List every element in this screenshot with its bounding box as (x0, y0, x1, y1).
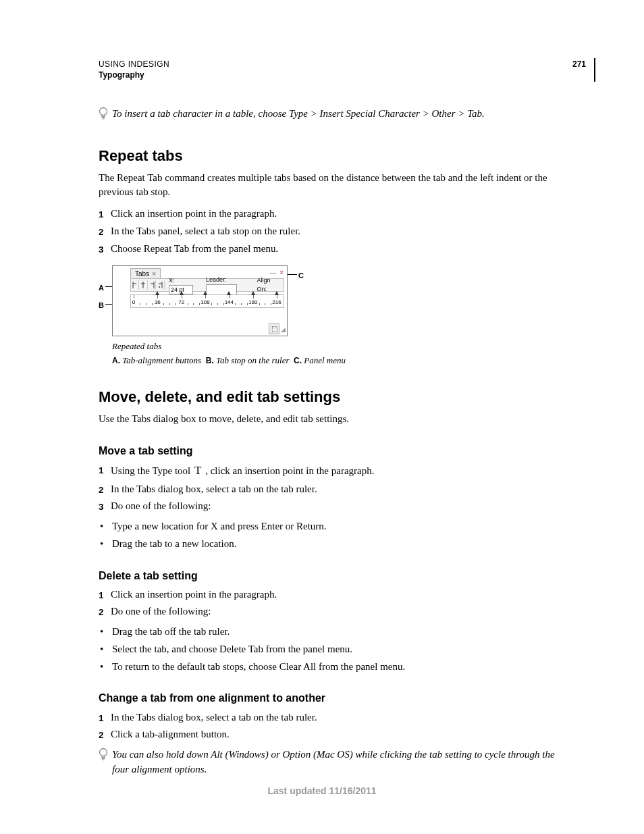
page: USING INDESIGN Typography 271 To insert … (0, 0, 644, 834)
tip-block: You can also hold down Alt (Windows) or … (99, 748, 568, 777)
step: 3Choose Repeat Tab from the panel menu. (99, 242, 568, 257)
callout-a: A (99, 283, 104, 294)
leader-input[interactable] (206, 284, 237, 295)
leader-field: Leader: (206, 276, 257, 295)
bullets-delete: •Drag the tab off the tab ruler. •Select… (99, 625, 568, 674)
figure-caption: Repeated tabs (112, 340, 568, 353)
list-item: •Type a new location for X and press Ent… (99, 519, 568, 534)
tip-text: To insert a tab character in a table, ch… (112, 107, 568, 122)
svg-point-0 (100, 108, 107, 115)
steps-change: 1In the Tabs dialog box, select a tab on… (99, 710, 568, 743)
tabs-panel: Tabs× — ×▾≡ X: Leader: Align On: ⬚ 03672… (112, 265, 288, 336)
svg-point-4 (100, 749, 107, 756)
list-item: •Select the tab, and choose Delete Tab f… (99, 642, 568, 657)
left-tab-icon (131, 280, 139, 290)
center-tab-icon (139, 280, 147, 290)
type-tool-icon: T (193, 463, 203, 479)
svg-point-3 (159, 286, 160, 288)
heading-repeat-tabs: Repeat tabs (99, 145, 568, 167)
callout-b: B (99, 301, 104, 311)
header-rule (594, 58, 595, 82)
lightbulb-icon (99, 107, 113, 125)
list-item: •Drag the tab to a new location. (99, 537, 568, 552)
magnet-icon: ⬚ (269, 323, 279, 334)
list-item: •Drag the tab off the tab ruler. (99, 625, 568, 640)
tabs-toolbar: X: Leader: Align On: (130, 278, 284, 292)
decimal-tab-icon (156, 280, 164, 290)
steps-delete: 1Click an insertion point in the paragra… (99, 588, 568, 620)
tip-text: You can also hold down Alt (Windows) or … (112, 748, 568, 777)
step: 1In the Tabs dialog box, select a tab on… (99, 710, 568, 725)
lightbulb-icon (99, 748, 113, 766)
steps-repeat: 1Click an insertion point in the paragra… (99, 207, 568, 256)
running-header: USING INDESIGN Typography (99, 59, 586, 80)
page-number: 271 (572, 59, 586, 69)
close-icon: × (152, 270, 156, 278)
right-tab-icon (148, 280, 156, 290)
step: 2Click a tab-alignment button. (99, 727, 568, 742)
bullets-move: •Type a new location for X and press Ent… (99, 519, 568, 552)
list-item: •To return to the default tab stops, cho… (99, 660, 568, 675)
step: 1Using the Type tool T , click an insert… (99, 463, 568, 479)
paragraph: Use the Tabs dialog box to move, delete,… (99, 412, 568, 427)
resize-grip-icon: ◢ (281, 325, 286, 334)
figure-legend: A. Tab-alignment buttons B. Tab stop on … (112, 355, 568, 367)
content: To insert a tab character in a table, ch… (99, 101, 568, 798)
step: 2Do one of the following: (99, 604, 568, 619)
footer-updated: Last updated 11/16/2011 (0, 785, 644, 796)
tab-ruler: ⬚ 03672108144180216 (130, 294, 284, 308)
step: 1Click an insertion point in the paragra… (99, 588, 568, 602)
heading-move-delete-edit: Move, delete, and edit tab settings (99, 386, 568, 408)
heading-move: Move a tab setting (99, 443, 568, 459)
header-section: Typography (99, 70, 586, 80)
heading-delete: Delete a tab setting (99, 568, 568, 583)
paragraph: The Repeat Tab command creates multiple … (99, 171, 568, 201)
step: 1Click an insertion point in the paragra… (99, 207, 568, 221)
tip-block: To insert a tab character in a table, ch… (99, 107, 568, 125)
callout-c: C (298, 271, 304, 282)
x-field: X: (169, 276, 199, 294)
steps-move: 1Using the Type tool T , click an insert… (99, 463, 568, 514)
step: 2In the Tabs dialog box, select a tab on… (99, 482, 568, 497)
step: 2In the Tabs panel, select a tab stop on… (99, 224, 568, 239)
heading-change-alignment: Change a tab from one alignment to anoth… (99, 690, 568, 706)
header-product: USING INDESIGN (99, 59, 586, 69)
figure: A B C Tabs× — ×▾≡ X: (112, 265, 568, 367)
step: 3Do one of the following: (99, 499, 568, 514)
